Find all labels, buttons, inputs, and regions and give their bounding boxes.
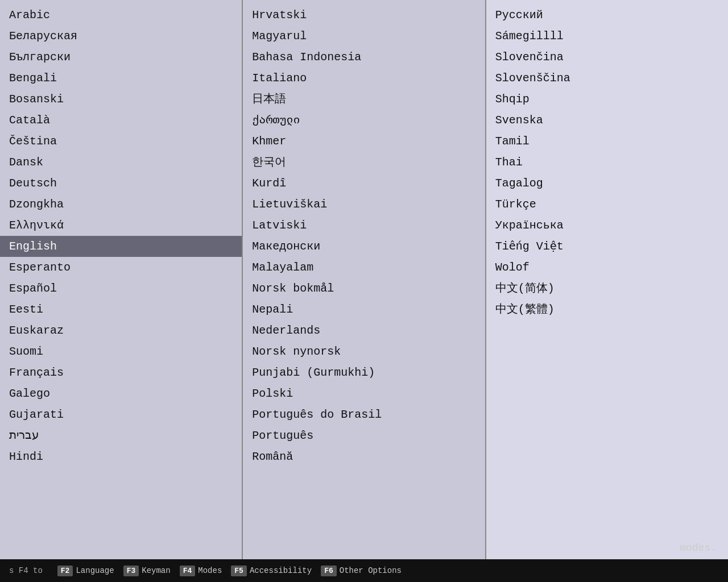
language-item[interactable]: ქართული <box>243 110 485 131</box>
language-item[interactable]: Eesti <box>0 299 242 320</box>
language-item[interactable]: Slovenščina <box>486 68 728 89</box>
language-item[interactable]: Svenska <box>486 110 728 131</box>
language-item[interactable]: Italiano <box>243 68 485 89</box>
language-item[interactable]: Arabic <box>0 5 242 26</box>
language-item[interactable]: Euskaraz <box>0 320 242 341</box>
key-badge: F2 <box>57 566 73 576</box>
language-item[interactable]: Sámegillll <box>486 26 728 47</box>
language-item[interactable]: Français <box>0 362 242 383</box>
language-item[interactable]: עברית <box>0 425 242 446</box>
language-item[interactable]: 日本語 <box>243 89 485 110</box>
language-item[interactable]: Galego <box>0 383 242 404</box>
language-item[interactable]: Português <box>243 425 485 446</box>
bottom-key-f6[interactable]: F6Other Options <box>316 566 406 576</box>
language-column-1: ArabicБеларускаяБългарскиBengaliBosanski… <box>0 0 243 559</box>
language-item[interactable]: Čeština <box>0 131 242 152</box>
language-item[interactable]: Български <box>0 47 242 68</box>
language-item[interactable]: Беларуская <box>0 26 242 47</box>
language-item[interactable]: Hindi <box>0 446 242 467</box>
bottom-key-f5[interactable]: F5Accessibility <box>226 566 316 576</box>
bottom-key-f3[interactable]: F3Keyman <box>119 566 175 576</box>
language-item[interactable]: Lietuviškai <box>243 194 485 215</box>
language-item[interactable]: Malayalam <box>243 257 485 278</box>
language-item[interactable]: Tagalog <box>486 173 728 194</box>
language-item[interactable]: Thai <box>486 152 728 173</box>
bottom-bar: s F4 toF2LanguageF3KeymanF4ModesF5Access… <box>0 559 728 582</box>
language-item[interactable]: Norsk bokmål <box>243 278 485 299</box>
language-item[interactable]: Slovenčina <box>486 47 728 68</box>
language-column-2: HrvatskiMagyarulBahasa IndonesiaItaliano… <box>243 0 486 559</box>
language-item[interactable]: Türkçe <box>486 194 728 215</box>
language-item[interactable]: Bengali <box>0 68 242 89</box>
language-item[interactable]: Português do Brasil <box>243 404 485 425</box>
language-item[interactable]: Tamil <box>486 131 728 152</box>
language-item[interactable]: Khmer <box>243 131 485 152</box>
language-item[interactable]: Hrvatski <box>243 5 485 26</box>
language-item[interactable]: Polski <box>243 383 485 404</box>
language-column-3: РусскийSámegillllSlovenčinaSlovenščinaSh… <box>486 0 728 559</box>
key-description: Other Options <box>340 566 402 575</box>
language-item[interactable]: Українська <box>486 215 728 236</box>
language-item[interactable]: Latviski <box>243 215 485 236</box>
language-item[interactable]: English <box>0 236 242 257</box>
language-item[interactable]: Magyarul <box>243 26 485 47</box>
language-item[interactable]: Македонски <box>243 236 485 257</box>
key-badge: F3 <box>123 566 139 576</box>
language-item[interactable]: Wolof <box>486 257 728 278</box>
key-badge: F4 <box>180 566 196 576</box>
status-text: modes. <box>680 542 717 554</box>
language-item[interactable]: Bahasa Indonesia <box>243 47 485 68</box>
language-item[interactable]: Ελληνικά <box>0 215 242 236</box>
key-description: Language <box>76 566 114 575</box>
language-item[interactable]: Español <box>0 278 242 299</box>
language-item[interactable]: Kurdî <box>243 173 485 194</box>
language-list-container: ArabicБеларускаяБългарскиBengaliBosanski… <box>0 0 728 559</box>
partial-text: s F4 to <box>5 566 47 575</box>
bottom-key-f4[interactable]: F4Modes <box>175 566 227 576</box>
language-item[interactable]: Dzongkha <box>0 194 242 215</box>
language-item[interactable]: Català <box>0 110 242 131</box>
key-badge: F6 <box>321 566 337 576</box>
language-item[interactable]: Esperanto <box>0 257 242 278</box>
language-item[interactable]: Bosanski <box>0 89 242 110</box>
bottom-key-f2[interactable]: F2Language <box>53 566 119 576</box>
key-description: Keyman <box>142 566 170 575</box>
key-description: Modes <box>198 566 222 575</box>
language-item[interactable]: Dansk <box>0 152 242 173</box>
language-item[interactable]: Norsk nynorsk <box>243 341 485 362</box>
language-item[interactable]: 中文(简体) <box>486 278 728 299</box>
language-item[interactable]: Gujarati <box>0 404 242 425</box>
language-item[interactable]: Punjabi (Gurmukhi) <box>243 362 485 383</box>
key-description: Accessibility <box>250 566 312 575</box>
language-item[interactable]: Română <box>243 446 485 467</box>
language-item[interactable]: Shqip <box>486 89 728 110</box>
language-item[interactable]: Nepali <box>243 299 485 320</box>
language-item[interactable]: 한국어 <box>243 152 485 173</box>
language-item[interactable]: Nederlands <box>243 320 485 341</box>
language-item[interactable]: Suomi <box>0 341 242 362</box>
key-badge: F5 <box>231 566 247 576</box>
language-item[interactable]: Tiếng Việt <box>486 236 728 257</box>
language-item[interactable]: Русский <box>486 5 728 26</box>
language-item[interactable]: 中文(繁體) <box>486 299 728 320</box>
language-item[interactable]: Deutsch <box>0 173 242 194</box>
